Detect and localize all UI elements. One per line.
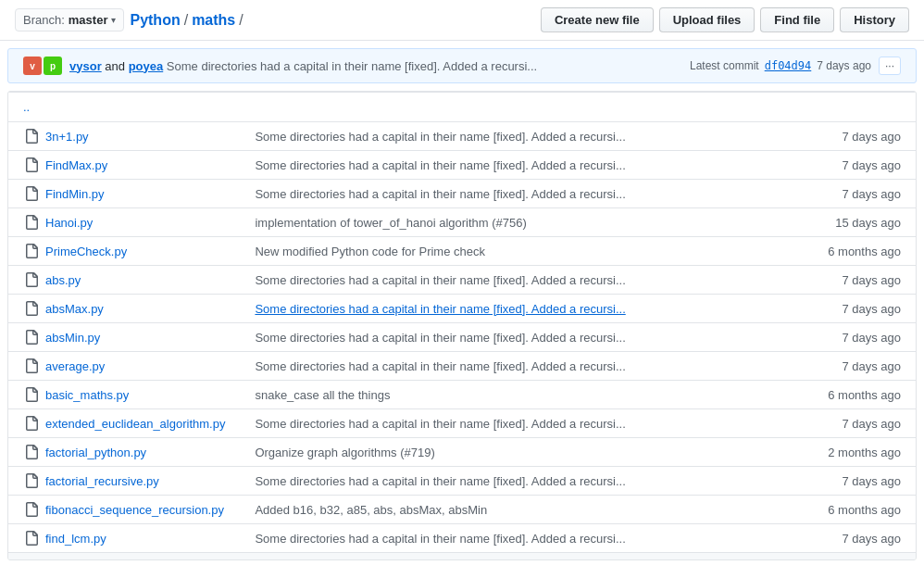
table-row: abs.py Some directories had a capital in… — [8, 266, 916, 295]
file-table-container: .. 3n+1.py Some directories had a capita… — [7, 91, 917, 560]
commit-msg-text: Some directories had a capital in their … — [255, 417, 625, 431]
breadcrumb-sep-2: / — [239, 12, 243, 29]
file-link[interactable]: fibonacci_sequence_recursion.py — [45, 503, 224, 517]
file-icon — [23, 358, 38, 373]
file-icon — [23, 502, 38, 517]
file-link[interactable]: 3n+1.py — [45, 130, 89, 144]
file-icon — [23, 473, 38, 488]
commit-msg-link[interactable]: Some directories had a capital in their … — [255, 302, 625, 316]
table-row: basic_maths.py snake_case all the things… — [8, 381, 916, 409]
commit-message: vysor and poyea Some directories had a c… — [69, 59, 682, 73]
file-link[interactable]: extended_euclidean_algorithm.py — [45, 417, 225, 431]
file-icon — [23, 186, 38, 201]
file-cell: factorial_python.py — [23, 445, 225, 459]
commit-msg-text: Some directories had a capital in their … — [255, 474, 625, 488]
commit-time: 7 days ago — [817, 59, 871, 72]
time-cell: 6 months ago — [778, 381, 916, 409]
file-link[interactable]: average.py — [45, 359, 105, 373]
table-row: Hanoi.py implementation of tower_of_hano… — [8, 208, 916, 237]
file-link[interactable]: PrimeCheck.py — [45, 245, 127, 258]
avatar-group: v p — [23, 57, 62, 75]
breadcrumb-sep-1: / — [184, 12, 188, 29]
time-cell: 7 days ago — [778, 122, 916, 151]
file-cell: Hanoi.py — [23, 215, 225, 230]
commit-msg-text: Some directories had a capital in their … — [255, 331, 625, 345]
commit-and: and — [105, 59, 128, 73]
file-link[interactable]: FindMax.py — [45, 158, 107, 172]
file-icon — [23, 416, 38, 431]
commit-msg-text: Organize graph algorithms (#719) — [255, 446, 434, 459]
file-icon — [23, 272, 38, 287]
more-options-button[interactable]: ··· — [879, 57, 901, 75]
table-row: extended_euclidean_algorithm.py Some dir… — [8, 409, 916, 438]
avatar-vysor: v — [23, 57, 42, 75]
time-cell: 7 days ago — [778, 266, 916, 295]
upload-files-button[interactable]: Upload files — [659, 7, 755, 32]
commit-msg-text: Some directories had a capital in their … — [255, 130, 625, 144]
file-icon — [23, 387, 38, 402]
file-link[interactable]: absMin.py — [45, 331, 100, 345]
table-row: absMin.py Some directories had a capital… — [8, 323, 916, 352]
chevron-down-icon: ▾ — [111, 15, 116, 25]
file-link[interactable]: Hanoi.py — [45, 216, 93, 230]
file-table: .. 3n+1.py Some directories had a capita… — [8, 92, 916, 552]
file-cell: FindMax.py — [23, 157, 225, 172]
time-cell: 6 months ago — [778, 496, 916, 524]
parent-dir-row: .. — [8, 93, 916, 122]
file-link[interactable]: basic_maths.py — [45, 388, 129, 402]
time-cell: 2 months ago — [778, 438, 916, 467]
parent-dir-link[interactable]: .. — [23, 100, 30, 114]
commit-msg-text: Some directories had a capital in their … — [255, 158, 625, 172]
commit-msg-text: Added b16, b32, a85, abs, absMax, absMin — [255, 503, 487, 517]
branch-name: master — [69, 13, 108, 27]
commit-bar: v p vysor and poyea Some directories had… — [7, 48, 917, 83]
time-cell: 7 days ago — [778, 352, 916, 381]
top-bar: Branch: master ▾ Python / maths / Create… — [0, 0, 924, 41]
file-link[interactable]: FindMin.py — [45, 187, 105, 201]
commit-msg-text: Some directories had a capital in their … — [255, 187, 625, 201]
file-cell: absMax.py — [23, 301, 225, 316]
time-cell: 7 days ago — [778, 467, 916, 496]
commit-msg-text: snake_case all the things — [255, 388, 390, 402]
file-cell: abs.py — [23, 272, 225, 287]
create-new-button[interactable]: Create new file — [541, 7, 654, 32]
file-link[interactable]: find_lcm.py — [45, 532, 106, 546]
breadcrumb-python[interactable]: Python — [130, 12, 180, 29]
table-row: FindMax.py Some directories had a capita… — [8, 151, 916, 180]
branch-selector[interactable]: Branch: master ▾ — [15, 8, 124, 31]
file-icon — [23, 301, 38, 316]
file-link[interactable]: factorial_recursive.py — [45, 474, 159, 488]
file-icon — [23, 531, 38, 546]
file-link[interactable]: factorial_python.py — [45, 446, 146, 459]
time-cell: 7 days ago — [778, 295, 916, 323]
file-cell: average.py — [23, 358, 225, 373]
top-bar-right: Create new file Upload files Find file H… — [541, 7, 909, 32]
table-row: PrimeCheck.py New modified Python code f… — [8, 237, 916, 266]
commit-user2[interactable]: poyea — [129, 59, 164, 73]
file-icon — [23, 244, 38, 258]
breadcrumb: Python / maths / — [130, 12, 243, 29]
file-cell: PrimeCheck.py — [23, 244, 225, 258]
find-file-button[interactable]: Find file — [760, 7, 834, 32]
file-cell: absMin.py — [23, 330, 225, 345]
file-icon — [23, 445, 38, 459]
time-cell: 7 days ago — [778, 409, 916, 438]
file-cell: 3n+1.py — [23, 129, 225, 144]
latest-commit-label: Latest commit — [690, 59, 759, 72]
breadcrumb-maths[interactable]: maths — [192, 12, 235, 29]
commit-user1[interactable]: vysor — [69, 59, 102, 73]
file-icon — [23, 330, 38, 345]
table-row: average.py Some directories had a capita… — [8, 352, 916, 381]
commit-hash[interactable]: df04d94 — [765, 59, 812, 72]
table-row: factorial_recursive.py Some directories … — [8, 467, 916, 496]
commit-msg-text: Some directories had a capital in their … — [255, 532, 625, 546]
commit-msg-text: Some directories had a capital in their … — [255, 273, 625, 287]
history-button[interactable]: History — [840, 7, 909, 32]
file-link[interactable]: absMax.py — [45, 302, 104, 316]
time-cell: 7 days ago — [778, 151, 916, 180]
avatar-poyea: p — [44, 57, 62, 75]
scroll-hint — [8, 552, 916, 559]
time-cell: 7 days ago — [778, 180, 916, 208]
file-link[interactable]: abs.py — [45, 273, 81, 287]
table-row: FindMin.py Some directories had a capita… — [8, 180, 916, 208]
